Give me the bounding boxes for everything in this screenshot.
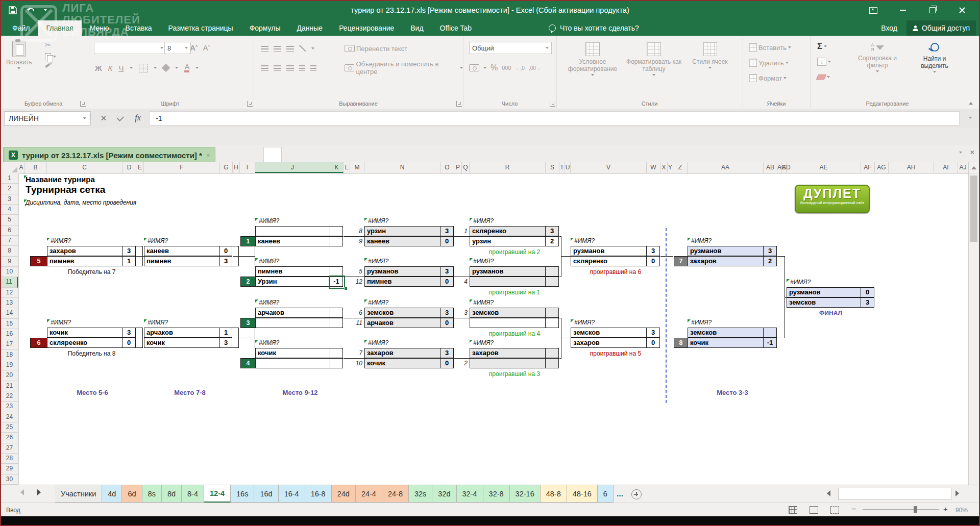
- bracket-score-cell[interactable]: [545, 348, 559, 358]
- bracket-player-cell[interactable]: земсков: [787, 297, 861, 308]
- row-header-27[interactable]: 27: [1, 443, 18, 454]
- fill-button[interactable]: ↓: [817, 56, 831, 67]
- bracket-score-cell[interactable]: [330, 236, 343, 246]
- increase-decimal-icon[interactable]: ←,0: [516, 65, 525, 71]
- bracket-score-cell[interactable]: 3: [646, 328, 660, 338]
- align-left-icon[interactable]: [261, 65, 268, 71]
- row-header-16[interactable]: 16: [1, 329, 18, 339]
- bracket-player-cell[interactable]: кочик: [47, 328, 122, 338]
- column-header-AB[interactable]: AB: [764, 162, 777, 173]
- ribbon-tab-вставка[interactable]: Вставка: [117, 20, 160, 36]
- cell-styles-button[interactable]: Стили ячеек: [687, 42, 733, 69]
- sheet-tab-6d[interactable]: 6d: [122, 485, 142, 503]
- row-header-26[interactable]: 26: [1, 433, 18, 443]
- insert-cells-button[interactable]: Вставить: [749, 42, 791, 53]
- bracket-player-cell[interactable]: земсков: [470, 308, 546, 318]
- row-header-6[interactable]: 6: [1, 226, 18, 236]
- sheet-tab-Участники[interactable]: Участники: [55, 485, 102, 503]
- column-header-AA[interactable]: AA: [688, 162, 764, 173]
- new-document-tab[interactable]: [263, 147, 282, 163]
- sort-filter-button[interactable]: АЯ Сортировка и фильтр: [850, 43, 905, 72]
- bracket-score-cell[interactable]: 3: [440, 308, 454, 318]
- bracket-player-cell[interactable]: рузманов: [364, 266, 440, 277]
- column-header-T[interactable]: T: [559, 162, 565, 173]
- wrap-text-button[interactable]: Перенести текст: [345, 43, 407, 54]
- bracket-score-cell[interactable]: 3: [646, 246, 660, 256]
- sheet-tab-16-4[interactable]: 16-4: [279, 485, 305, 503]
- row-header-5[interactable]: 5: [1, 215, 18, 225]
- autosum-button[interactable]: Σ: [817, 41, 831, 52]
- bracket-player-cell[interactable]: [255, 318, 330, 328]
- thousands-icon[interactable]: 000: [502, 65, 511, 71]
- bracket-player-cell[interactable]: канеев: [364, 236, 440, 246]
- bracket-score-cell[interactable]: 3: [122, 246, 136, 256]
- close-button[interactable]: [947, 0, 977, 20]
- sheet-tab-24-4[interactable]: 24-4: [356, 485, 382, 503]
- column-header-V[interactable]: V: [571, 162, 647, 173]
- page-break-view-icon[interactable]: [830, 506, 839, 514]
- cut-icon[interactable]: ✂: [45, 41, 56, 49]
- column-header-AH[interactable]: AH: [889, 162, 934, 173]
- column-header-K[interactable]: K: [330, 162, 344, 173]
- paste-button[interactable]: Вставить: [6, 41, 32, 69]
- bracket-score-cell[interactable]: 3: [440, 266, 454, 277]
- column-header-Y[interactable]: Y: [668, 162, 673, 173]
- bracket-score-cell[interactable]: [330, 226, 343, 236]
- row-header-29[interactable]: 29: [1, 464, 18, 474]
- vertical-scroll-thumb[interactable]: [970, 176, 977, 242]
- bracket-score-cell[interactable]: 0: [646, 338, 660, 348]
- bracket-player-cell[interactable]: кочик: [144, 338, 220, 348]
- column-header-H[interactable]: H: [233, 162, 240, 173]
- ribbon-tab-формулы[interactable]: Формулы: [241, 20, 289, 36]
- number-format-combo[interactable]: Общий: [469, 42, 552, 54]
- bracket-score-cell[interactable]: 3: [861, 297, 874, 308]
- horizontal-scrollbar[interactable]: [827, 488, 965, 499]
- sheet-tab-16-8[interactable]: 16-8: [305, 485, 332, 503]
- horizontal-scroll-track[interactable]: [838, 488, 951, 500]
- borders-icon[interactable]: [139, 64, 148, 72]
- bracket-score-cell[interactable]: 2: [763, 256, 777, 266]
- bracket-player-cell[interactable]: арчаков: [255, 308, 330, 318]
- ribbon-tab-office-tab[interactable]: Office Tab: [432, 20, 480, 36]
- sheet-tab-48-16[interactable]: 48-16: [567, 485, 598, 503]
- ribbon-tab-данные[interactable]: Данные: [289, 20, 331, 36]
- clipboard-dialog-launcher[interactable]: [80, 101, 86, 107]
- sheet-tab-8-4[interactable]: 8-4: [182, 485, 204, 503]
- italic-button[interactable]: К: [108, 64, 113, 72]
- bracket-player-cell[interactable]: земсков: [364, 308, 440, 318]
- ribbon-tab-главная[interactable]: Главная: [38, 20, 81, 36]
- share-button[interactable]: Общий доступ: [906, 20, 976, 36]
- match-number-badge[interactable]: 1: [240, 236, 256, 246]
- minimize-button[interactable]: [888, 0, 918, 20]
- bracket-score-cell[interactable]: 3: [440, 226, 454, 236]
- row-header-23[interactable]: 23: [1, 402, 18, 412]
- bracket-player-cell[interactable]: канеев: [255, 236, 330, 246]
- ribbon-tab-меню[interactable]: Меню: [82, 20, 117, 36]
- delete-cells-button[interactable]: Удалить: [749, 57, 789, 68]
- currency-icon[interactable]: [469, 64, 479, 71]
- bracket-score-cell[interactable]: [330, 358, 343, 368]
- formula-input[interactable]: -1: [149, 111, 960, 126]
- sheet-nav-right-icon[interactable]: [37, 489, 41, 495]
- bracket-score-cell[interactable]: [545, 308, 559, 318]
- bracket-score-cell[interactable]: 3: [440, 348, 454, 358]
- row-header-4[interactable]: 4: [1, 205, 18, 215]
- bracket-score-cell[interactable]: 3: [545, 226, 559, 236]
- name-box[interactable]: ЛИНЕЙН: [4, 111, 91, 126]
- duplet-logo[interactable]: ДУПЛЕТбильярдный информационный сайт: [795, 185, 870, 213]
- bracket-score-cell[interactable]: 0: [440, 236, 454, 246]
- bracket-score-cell[interactable]: [330, 266, 343, 277]
- row-header-8[interactable]: 8: [1, 246, 18, 256]
- row-header-25[interactable]: 25: [1, 422, 18, 433]
- bracket-player-cell[interactable]: скляренко: [470, 226, 546, 236]
- scroll-up-icon[interactable]: [971, 166, 976, 169]
- row-header-10[interactable]: 10: [1, 267, 18, 277]
- row-header-18[interactable]: 18: [1, 350, 18, 360]
- sheet-tab-16d[interactable]: 16d: [254, 485, 278, 503]
- zoom-in-icon[interactable]: +: [943, 505, 948, 513]
- bracket-player-cell[interactable]: пимнев: [144, 256, 220, 266]
- align-bottom-icon[interactable]: [286, 46, 294, 52]
- match-number-badge[interactable]: 8: [674, 338, 688, 348]
- select-all-corner[interactable]: [1, 162, 19, 174]
- bracket-player-cell[interactable]: кочик: [364, 358, 440, 368]
